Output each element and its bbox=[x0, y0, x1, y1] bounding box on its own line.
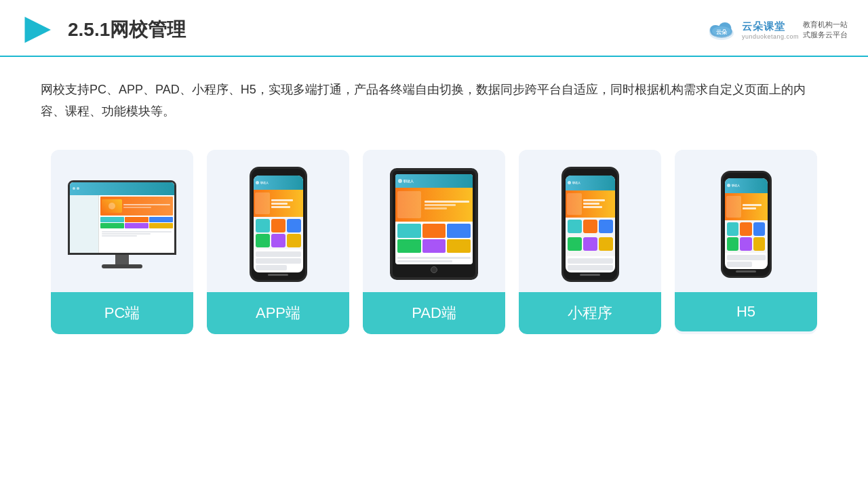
list-item bbox=[568, 258, 613, 264]
grid-item bbox=[753, 237, 766, 251]
nav-dot bbox=[77, 187, 79, 190]
pc-image-area bbox=[51, 150, 193, 292]
phone-grid bbox=[254, 217, 303, 249]
grid-item bbox=[271, 219, 285, 232]
banner-line bbox=[271, 199, 293, 201]
card-pad: 职达人 bbox=[363, 150, 505, 334]
banner-line bbox=[583, 203, 599, 205]
grid-item bbox=[447, 239, 471, 253]
brand-url: yunduoketang.com bbox=[742, 33, 799, 40]
list-item bbox=[727, 262, 752, 267]
banner-line bbox=[583, 199, 605, 201]
screen-sidebar bbox=[70, 195, 99, 253]
brand-slogan: 教育机构一站式服务云平台 bbox=[803, 20, 848, 41]
grid-item bbox=[583, 220, 597, 233]
phone-banner bbox=[566, 190, 615, 218]
grid-item bbox=[100, 217, 124, 222]
phone-list bbox=[254, 249, 303, 272]
header-right: 云朵 云朵课堂 yunduoketang.com 教育机构一站式服务云平台 bbox=[705, 18, 848, 42]
pad-image-area: 职达人 bbox=[363, 150, 505, 292]
nav-dot bbox=[73, 187, 75, 190]
phone-notch bbox=[269, 170, 288, 175]
banner-txt bbox=[583, 199, 605, 208]
grid-item bbox=[287, 219, 301, 232]
phone-banner bbox=[254, 190, 303, 216]
grid-item bbox=[149, 217, 173, 222]
grid-item bbox=[397, 239, 421, 253]
tablet-home-btn bbox=[431, 266, 437, 273]
brand-logo: 云朵 云朵课堂 yunduoketang.com 教育机构一站式服务云平台 bbox=[705, 18, 848, 42]
list-item bbox=[256, 258, 301, 264]
grid-item bbox=[568, 237, 582, 251]
home-indicator bbox=[580, 274, 600, 276]
list-item bbox=[568, 265, 613, 270]
grid-item bbox=[397, 224, 421, 238]
phone-grid bbox=[725, 220, 768, 253]
brand-text: 云朵课堂 yunduoketang.com bbox=[742, 20, 799, 40]
cards-section: PC端 职达人 bbox=[0, 136, 868, 354]
phone-nav: 职达人 bbox=[725, 178, 768, 193]
phone-nav: 职达人 bbox=[566, 176, 615, 190]
phone-nav: 职达人 bbox=[254, 176, 303, 190]
svg-marker-0 bbox=[24, 16, 52, 43]
header-left: 2.5.1网校管理 bbox=[20, 12, 186, 47]
tablet-nav: 职达人 bbox=[395, 174, 473, 188]
grid-item bbox=[447, 224, 471, 238]
banner-line bbox=[743, 207, 756, 209]
pad-label: PAD端 bbox=[363, 292, 505, 334]
banner-img bbox=[255, 192, 270, 214]
grid-item bbox=[125, 217, 149, 222]
nav-text: 职达人 bbox=[732, 184, 740, 187]
grid-item bbox=[599, 220, 613, 233]
home-indicator bbox=[736, 270, 756, 272]
screen-grid bbox=[100, 217, 173, 228]
svg-text:云朵: 云朵 bbox=[716, 29, 728, 35]
grid-item bbox=[256, 219, 270, 232]
banner-line bbox=[271, 203, 288, 205]
cloud-icon: 云朵 bbox=[705, 18, 738, 42]
screen-nav bbox=[70, 182, 174, 195]
miniprogram-image-area: 职达人 bbox=[519, 150, 661, 292]
banner-line bbox=[271, 206, 290, 208]
card-h5: 职达人 bbox=[675, 150, 817, 334]
banner-img bbox=[726, 196, 741, 218]
phone-screen: 职达人 bbox=[254, 176, 303, 272]
grid-item bbox=[256, 234, 270, 247]
phone-notch bbox=[580, 170, 599, 175]
page-header: 2.5.1网校管理 云朵 云朵课堂 yunduoketang.com bbox=[0, 0, 868, 57]
banner-line bbox=[743, 204, 762, 206]
phone-mini-notch bbox=[738, 174, 753, 178]
pad-tablet: 职达人 bbox=[390, 168, 478, 280]
monitor-body bbox=[68, 180, 176, 255]
page-title: 2.5.1网校管理 bbox=[68, 17, 186, 43]
grid-item bbox=[125, 223, 149, 228]
monitor-base bbox=[102, 264, 142, 268]
card-app: 职达人 bbox=[207, 150, 349, 334]
nav-text: 职达人 bbox=[572, 181, 580, 184]
description-text: 网校支持PC、APP、PAD、小程序、H5，实现多端打通，产品各终端自由切换，数… bbox=[41, 79, 827, 123]
grid-item bbox=[149, 223, 173, 228]
grid-item bbox=[740, 222, 752, 236]
description-section: 网校支持PC、APP、PAD、小程序、H5，实现多端打通，产品各终端自由切换，数… bbox=[0, 57, 868, 136]
h5-phone: 职达人 bbox=[721, 171, 772, 278]
logo-arrow-icon bbox=[20, 12, 56, 47]
tablet-banner bbox=[395, 188, 473, 222]
grid-item bbox=[727, 237, 739, 251]
card-pc: PC端 bbox=[51, 150, 193, 334]
banner-line bbox=[583, 206, 602, 208]
h5-image-area: 职达人 bbox=[675, 150, 817, 292]
h5-label: H5 bbox=[675, 292, 817, 331]
grid-item bbox=[100, 223, 124, 228]
banner-txt bbox=[743, 204, 762, 209]
grid-item bbox=[599, 237, 613, 251]
monitor-stand bbox=[115, 255, 129, 264]
app-image-area: 职达人 bbox=[207, 150, 349, 292]
phone-banner bbox=[725, 193, 768, 220]
phone-list bbox=[566, 256, 615, 272]
grid-item bbox=[271, 234, 285, 247]
phone-screen: 职达人 bbox=[566, 176, 615, 272]
monitor-screen bbox=[70, 182, 174, 253]
nav-text: 职达人 bbox=[260, 181, 269, 184]
phone-screen: 职达人 bbox=[725, 178, 768, 269]
tablet-grid bbox=[395, 222, 473, 255]
